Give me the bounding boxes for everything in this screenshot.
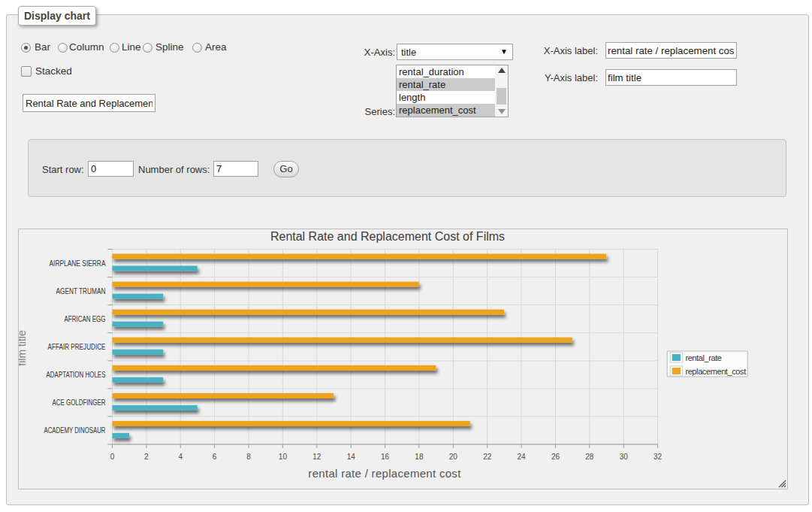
- svg-text:32: 32: [654, 453, 663, 461]
- svg-text:ACE GOLDFINGER: ACE GOLDFINGER: [53, 398, 106, 407]
- svg-text:28: 28: [585, 453, 594, 461]
- svg-text:AFRICAN EGG: AFRICAN EGG: [65, 315, 106, 323]
- svg-text:replacement_cost: replacement_cost: [685, 367, 746, 376]
- svg-text:rental_rate: rental_rate: [685, 353, 721, 362]
- svg-text:AFFAIR PREJUDICE: AFFAIR PREJUDICE: [48, 343, 106, 351]
- svg-text:6: 6: [213, 453, 217, 461]
- svg-text:26: 26: [551, 453, 560, 461]
- svg-text:14: 14: [347, 453, 356, 461]
- svg-text:10: 10: [279, 453, 288, 461]
- svg-text:8: 8: [246, 453, 251, 461]
- svg-text:18: 18: [415, 453, 424, 461]
- svg-text:rental rate / replacement cost: rental rate / replacement cost: [308, 467, 461, 480]
- svg-text:film title: film title: [19, 330, 28, 366]
- svg-text:AIRPLANE SIERRA: AIRPLANE SIERRA: [50, 259, 106, 268]
- svg-text:12: 12: [312, 453, 321, 461]
- svg-text:30: 30: [620, 453, 629, 461]
- svg-text:ACADEMY DINOSAUR: ACADEMY DINOSAUR: [44, 426, 106, 435]
- svg-text:22: 22: [483, 453, 492, 461]
- svg-text:Rental Rate and Replacement Co: Rental Rate and Replacement Cost of Film…: [270, 230, 505, 243]
- svg-text:0: 0: [110, 453, 115, 461]
- svg-text:2: 2: [144, 453, 149, 461]
- svg-text:AGENT TRUMAN: AGENT TRUMAN: [56, 287, 106, 295]
- svg-text:4: 4: [179, 453, 183, 461]
- svg-text:20: 20: [449, 453, 458, 461]
- svg-text:24: 24: [518, 453, 527, 461]
- svg-text:16: 16: [381, 453, 390, 461]
- svg-text:ADAPTATION HOLES: ADAPTATION HOLES: [47, 371, 106, 379]
